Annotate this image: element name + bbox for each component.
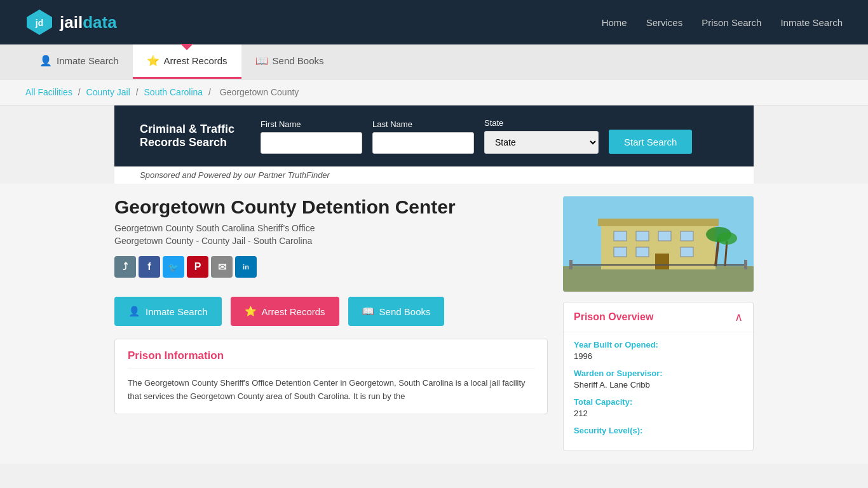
warden-value: Sheriff A. Lane Cribb xyxy=(574,380,743,390)
last-name-field-group: Last Name xyxy=(372,119,474,154)
logo-text: jaildata xyxy=(60,13,117,32)
year-built-label: Year Built or Opened: xyxy=(574,340,743,349)
svg-rect-20 xyxy=(744,260,747,269)
svg-rect-7 xyxy=(636,231,649,241)
svg-rect-5 xyxy=(598,219,719,226)
overview-title: Prison Overview xyxy=(574,311,653,323)
search-banner-title: Criminal & Traffic Records Search xyxy=(140,123,241,149)
main-content: Georgetown County Detention Center Georg… xyxy=(0,184,868,464)
state-select[interactable]: State AlabamaAlaskaArizona ArkansasCalif… xyxy=(484,131,599,154)
chevron-up-icon[interactable]: ∧ xyxy=(735,310,743,324)
tab-send-books[interactable]: 📖 Send Books xyxy=(241,44,338,79)
email-icon[interactable]: ✉ xyxy=(211,256,233,278)
svg-rect-6 xyxy=(614,231,627,241)
svg-rect-19 xyxy=(569,260,573,269)
first-name-input[interactable] xyxy=(261,132,362,154)
state-field-group: State State AlabamaAlaskaArizona Arkansa… xyxy=(484,118,599,154)
sponsored-text: Sponsored and Powered by our Partner Tru… xyxy=(114,166,754,184)
first-name-label: First Name xyxy=(261,119,362,129)
site-header: jd jaildata Home Services Prison Search … xyxy=(0,0,868,44)
logo-icon: jd xyxy=(25,8,53,36)
book-icon-btn: 📖 xyxy=(362,306,374,317)
nav-services[interactable]: Services xyxy=(646,17,683,28)
nav-inmate-search[interactable]: Inmate Search xyxy=(780,17,843,28)
tabs-bar: 👤 Inmate Search ⭐ Arrest Records 📖 Send … xyxy=(0,44,868,79)
logo[interactable]: jd jaildata xyxy=(25,8,117,36)
breadcrumb-county-jail[interactable]: County Jail xyxy=(86,87,130,97)
last-name-input[interactable] xyxy=(372,132,474,154)
send-books-button[interactable]: 📖 Send Books xyxy=(348,297,445,326)
capacity-label: Total Capacity: xyxy=(574,397,743,407)
capacity-value: 212 xyxy=(574,409,743,418)
prison-overview-card: Prison Overview ∧ Year Built or Opened: … xyxy=(563,302,754,451)
svg-rect-10 xyxy=(614,247,627,257)
facility-sub2: Georgetown County - County Jail - South … xyxy=(114,236,548,246)
last-name-label: Last Name xyxy=(372,119,474,129)
book-icon: 📖 xyxy=(255,55,268,67)
overview-body: Year Built or Opened: 1996 Warden or Sup… xyxy=(564,332,753,451)
breadcrumb-all-facilities[interactable]: All Facilities xyxy=(25,87,72,97)
facility-image-svg xyxy=(563,196,754,292)
state-label: State xyxy=(484,118,599,128)
tab-arrest-records[interactable]: ⭐ Arrest Records xyxy=(133,44,241,79)
svg-rect-13 xyxy=(655,254,669,269)
twitter-icon[interactable]: 🐦 xyxy=(163,256,184,278)
security-label: Security Level(s): xyxy=(574,426,743,435)
svg-rect-12 xyxy=(681,247,693,257)
tab-inmate-search[interactable]: 👤 Inmate Search xyxy=(25,44,133,79)
person-icon-btn: 👤 xyxy=(128,306,140,317)
svg-rect-11 xyxy=(636,247,649,257)
svg-rect-3 xyxy=(563,266,754,292)
pinterest-icon[interactable]: P xyxy=(187,256,208,278)
nav-home[interactable]: Home xyxy=(602,17,627,28)
content-left: Georgetown County Detention Center Georg… xyxy=(114,196,548,451)
search-fields: First Name Last Name State State Alabama… xyxy=(261,118,728,154)
prison-info-text: The Georgetown County Sheriff's Office D… xyxy=(128,377,534,403)
svg-rect-8 xyxy=(658,231,671,241)
action-buttons: 👤 Inmate Search ⭐ Arrest Records 📖 Send … xyxy=(114,297,548,326)
svg-point-17 xyxy=(717,232,737,245)
linkedin-icon[interactable]: in xyxy=(235,256,257,278)
prison-info-card: Prison Information The Georgetown County… xyxy=(114,339,548,414)
search-banner: Criminal & Traffic Records Search First … xyxy=(114,105,754,166)
star-icon-btn: ⭐ xyxy=(245,306,257,317)
social-icons: ⤴ f 🐦 P ✉ in xyxy=(114,256,548,278)
year-built-value: 1996 xyxy=(574,351,743,361)
inmate-search-button[interactable]: 👤 Inmate Search xyxy=(114,297,222,326)
share-icon[interactable]: ⤴ xyxy=(114,256,136,278)
svg-text:jd: jd xyxy=(35,18,43,28)
breadcrumb-current: Georgetown County xyxy=(220,87,299,97)
content-right: Prison Overview ∧ Year Built or Opened: … xyxy=(563,196,754,451)
main-nav: Home Services Prison Search Inmate Searc… xyxy=(602,17,843,28)
breadcrumb: All Facilities / County Jail / South Car… xyxy=(0,79,868,105)
svg-rect-9 xyxy=(681,231,693,241)
warden-label: Warden or Supervisor: xyxy=(574,369,743,378)
prison-info-title: Prison Information xyxy=(128,349,534,369)
facebook-icon[interactable]: f xyxy=(139,256,160,278)
overview-header: Prison Overview ∧ xyxy=(564,302,753,332)
arrest-records-button[interactable]: ⭐ Arrest Records xyxy=(231,297,339,326)
facility-image xyxy=(563,196,754,292)
nav-prison-search[interactable]: Prison Search xyxy=(702,17,761,28)
star-icon: ⭐ xyxy=(147,55,159,67)
first-name-field-group: First Name xyxy=(261,119,362,154)
person-icon: 👤 xyxy=(39,55,52,67)
breadcrumb-south-carolina[interactable]: South Carolina xyxy=(144,87,203,97)
start-search-button[interactable]: Start Search xyxy=(609,130,692,154)
facility-title: Georgetown County Detention Center xyxy=(114,196,548,218)
facility-sub1: Georgetown County South Carolina Sheriff… xyxy=(114,223,548,233)
